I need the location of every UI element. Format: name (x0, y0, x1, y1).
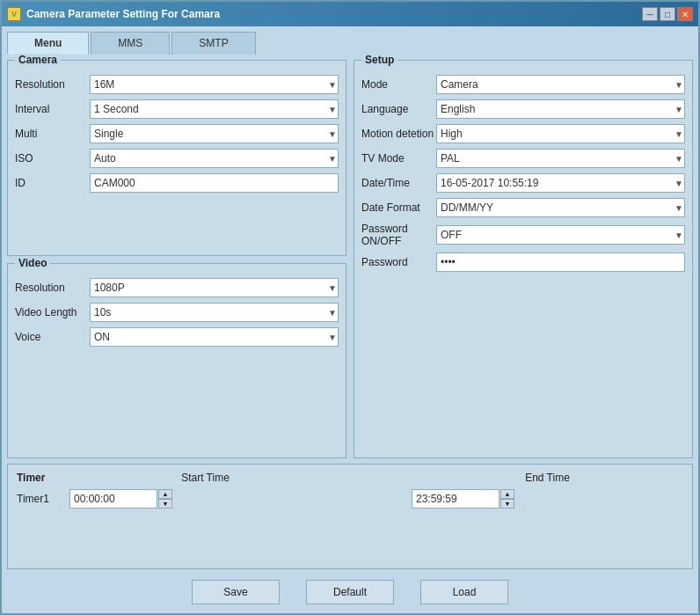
video-voice-label: Voice (15, 331, 90, 343)
camera-id-input[interactable] (90, 173, 339, 193)
start-time-header: Start Time (69, 472, 341, 484)
close-button[interactable]: ✕ (677, 7, 693, 21)
camera-resolution-wrapper: 16M 8M 5M ▼ (90, 75, 339, 94)
timer-header: Timer Start Time End Time (17, 472, 683, 484)
bottom-bar: Save Default Load (7, 575, 693, 608)
tab-mms[interactable]: MMS (91, 32, 170, 55)
end-time-group: ▲ ▼ (412, 489, 683, 509)
title-bar-left: V Camera Parameter Setting For Camara (7, 7, 220, 21)
setup-password-label: Password (361, 256, 436, 268)
setup-tvmode-row: TV Mode PAL NTSC ▼ (361, 149, 685, 168)
save-button[interactable]: Save (192, 580, 280, 604)
video-length-label: Video Length (15, 306, 90, 318)
setup-tvmode-wrapper: PAL NTSC ▼ (436, 149, 685, 168)
camera-resolution-row: Resolution 16M 8M 5M ▼ (15, 75, 339, 94)
camera-multi-label: Multi (15, 128, 90, 140)
setup-language-select[interactable]: English French German (436, 99, 685, 119)
video-voice-row: Voice ON OFF ▼ (15, 327, 339, 347)
setup-mode-select[interactable]: Camera Video Both (436, 75, 685, 94)
camera-interval-label: Interval (15, 103, 90, 115)
camera-iso-wrapper: Auto 100 200 ▼ (90, 149, 339, 168)
video-length-wrapper: 10s 20s 30s ▼ (90, 303, 339, 322)
setup-mode-label: Mode (361, 78, 436, 91)
main-window: V Camera Parameter Setting For Camara ─ … (0, 0, 700, 615)
setup-section-title: Setup (361, 54, 397, 66)
setup-datetime-row: Date/Time 16-05-2017 10:55:19 ▼ (361, 173, 685, 193)
camera-id-label: ID (15, 177, 90, 189)
video-length-row: Video Length 10s 20s 30s ▼ (15, 303, 339, 322)
setup-tvmode-label: TV Mode (361, 152, 436, 165)
setup-motion-label: Motion detetion (361, 128, 436, 140)
setup-password-input[interactable] (436, 253, 685, 272)
setup-datetime-wrapper: 16-05-2017 10:55:19 ▼ (436, 173, 685, 193)
camera-multi-row: Multi Single Multiple ▼ (15, 124, 339, 143)
setup-language-wrapper: English French German ▼ (436, 99, 685, 119)
setup-dateformat-row: Date Format DD/MM/YY MM/DD/YY YY/MM/DD ▼ (361, 198, 685, 217)
start-time-down-button[interactable]: ▼ (158, 499, 172, 509)
end-time-down-button[interactable]: ▼ (500, 499, 514, 509)
setup-datetime-select[interactable]: 16-05-2017 10:55:19 (436, 173, 685, 193)
setup-password-onoff-select[interactable]: OFF ON (436, 225, 685, 245)
setup-language-label: Language (361, 103, 436, 115)
camera-multi-select[interactable]: Single Multiple (90, 124, 339, 143)
start-time-input[interactable] (69, 489, 157, 509)
title-buttons: ─ □ ✕ (642, 7, 693, 21)
timer-section: Timer Start Time End Time Timer1 ▲ ▼ (7, 464, 693, 569)
default-button[interactable]: Default (306, 580, 394, 604)
end-time-input[interactable] (412, 489, 499, 509)
video-resolution-wrapper: 1080P 720P 480P ▼ (90, 278, 339, 297)
camera-interval-wrapper: 1 Second 5 Seconds ▼ (90, 99, 339, 119)
end-time-spinner: ▲ ▼ (500, 489, 514, 509)
camera-resolution-select[interactable]: 16M 8M 5M (90, 75, 339, 94)
timer-section-title: Timer (17, 472, 69, 484)
camera-id-row: ID (15, 173, 339, 193)
setup-mode-row: Mode Camera Video Both ▼ (361, 75, 685, 94)
camera-section-title: Camera (15, 54, 61, 66)
start-time-group: ▲ ▼ (69, 489, 341, 509)
start-time-input-wrapper: ▲ ▼ (69, 489, 341, 509)
app-icon: V (7, 7, 21, 21)
setup-dateformat-label: Date Format (361, 201, 436, 214)
setup-dateformat-wrapper: DD/MM/YY MM/DD/YY YY/MM/DD ▼ (436, 198, 685, 217)
setup-motion-wrapper: High Medium Low OFF ▼ (436, 124, 685, 143)
camera-iso-select[interactable]: Auto 100 200 (90, 149, 339, 168)
setup-motion-row: Motion detetion High Medium Low OFF ▼ (361, 124, 685, 143)
setup-password-row: Password (361, 253, 685, 272)
start-time-spinner: ▲ ▼ (158, 489, 172, 509)
setup-datetime-label: Date/Time (361, 177, 436, 189)
start-time-up-button[interactable]: ▲ (158, 489, 172, 499)
tab-menu[interactable]: Menu (7, 32, 89, 55)
camera-iso-label: ISO (15, 152, 90, 165)
video-length-select[interactable]: 10s 20s 30s (90, 303, 339, 322)
load-button[interactable]: Load (420, 580, 508, 604)
timer1-label: Timer1 (17, 493, 69, 505)
setup-motion-select[interactable]: High Medium Low OFF (436, 124, 685, 143)
setup-section: Setup Mode Camera Video Both ▼ (354, 60, 693, 458)
tab-bar: Menu MMS SMTP (7, 32, 693, 55)
end-time-up-button[interactable]: ▲ (500, 489, 514, 499)
window-title: Camera Parameter Setting For Camara (26, 8, 220, 20)
video-voice-wrapper: ON OFF ▼ (90, 327, 339, 347)
video-resolution-label: Resolution (15, 282, 90, 294)
maximize-button[interactable]: □ (660, 7, 675, 21)
camera-interval-row: Interval 1 Second 5 Seconds ▼ (15, 99, 339, 119)
setup-tvmode-select[interactable]: PAL NTSC (436, 149, 685, 168)
camera-interval-select[interactable]: 1 Second 5 Seconds (90, 99, 339, 119)
end-time-header: End Time (412, 472, 683, 484)
content-area: Menu MMS SMTP Camera Resolution (2, 26, 698, 613)
camera-iso-row: ISO Auto 100 200 ▼ (15, 149, 339, 168)
setup-password-onoff-label: Password ON/OFF (361, 223, 436, 247)
video-voice-select[interactable]: ON OFF (90, 327, 339, 347)
setup-password-onoff-row: Password ON/OFF OFF ON ▼ (361, 223, 685, 247)
setup-dateformat-select[interactable]: DD/MM/YY MM/DD/YY YY/MM/DD (436, 198, 685, 217)
video-section: Video Resolution 1080P 720P 480P (7, 263, 346, 459)
setup-language-row: Language English French German ▼ (361, 99, 685, 119)
video-resolution-select[interactable]: 1080P 720P 480P (90, 278, 339, 297)
camera-resolution-label: Resolution (15, 78, 90, 91)
minimize-button[interactable]: ─ (642, 7, 658, 21)
camera-multi-wrapper: Single Multiple ▼ (90, 124, 339, 143)
main-panels: Camera Resolution 16M 8M 5M ▼ (7, 60, 693, 458)
tab-smtp[interactable]: SMTP (171, 32, 255, 55)
setup-mode-wrapper: Camera Video Both ▼ (436, 75, 685, 94)
setup-password-onoff-wrapper: OFF ON ▼ (436, 225, 685, 245)
